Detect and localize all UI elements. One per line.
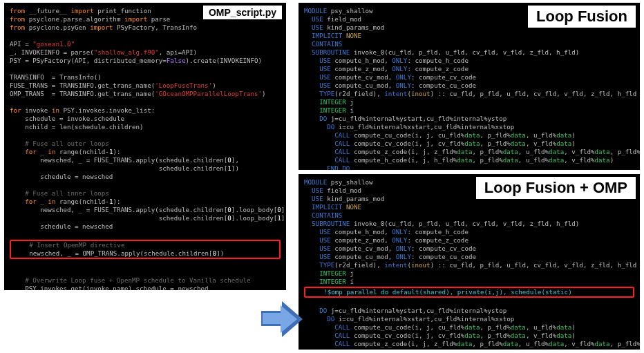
badge-loop-fusion-omp: Loop Fusion + OMP bbox=[476, 177, 636, 199]
arrow-icon bbox=[261, 298, 303, 337]
panel-loop-fusion: Loop Fusion MODULE psy_shallow USE field… bbox=[299, 3, 640, 170]
panel-script: OMP_script.py from __future__ import pri… bbox=[4, 3, 286, 290]
code-loop-fusion-omp: MODULE psy_shallow USE field_mod USE kin… bbox=[299, 174, 640, 350]
badge-loop-fusion: Loop Fusion bbox=[528, 6, 636, 28]
badge-script: OMP_script.py bbox=[203, 6, 282, 19]
code-script: from __future__ import print_function fr… bbox=[4, 3, 286, 290]
stage: OMP_script.py from __future__ import pri… bbox=[0, 0, 644, 353]
panel-loop-fusion-omp: Loop Fusion + OMP MODULE psy_shallow USE… bbox=[299, 174, 640, 350]
code-loop-fusion: MODULE psy_shallow USE field_mod USE kin… bbox=[299, 3, 640, 170]
